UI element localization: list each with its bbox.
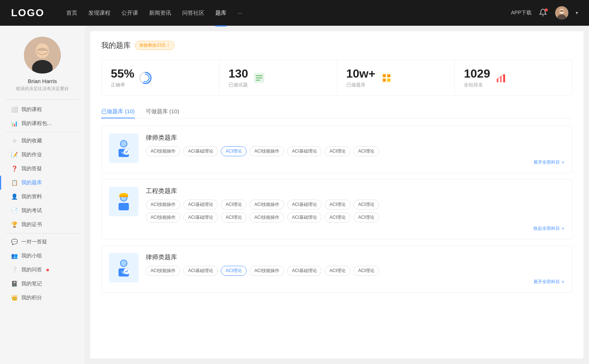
- sidebar: Brian Harris 错误的决定比没有决定要好 ⬜ 我的课程 📊 我的课程包…: [0, 26, 85, 364]
- eng-tag-8[interactable]: ACI技能操作: [146, 213, 180, 222]
- topnav: LOGO 首页 发现课程 公开课 新闻资讯 问答社区 题库 ··· APP下载 …: [0, 0, 589, 26]
- tabs: 已做题库 (10) 可做题库 (10): [101, 105, 572, 118]
- sidebar-label: 我的题库: [21, 179, 42, 186]
- law2-tag-1[interactable]: ACI技能操作: [146, 266, 180, 276]
- svg-point-33: [121, 260, 127, 266]
- stat-done-questions-label: 已做试题: [229, 82, 248, 88]
- logo[interactable]: LOGO: [11, 7, 44, 19]
- sidebar-item-notes[interactable]: 📓 我的笔记: [0, 277, 85, 291]
- trial-badge: 体验剩余23天！: [135, 41, 174, 50]
- svg-rect-19: [497, 79, 498, 82]
- sidebar-label: 我的资料: [21, 193, 42, 200]
- stat-accuracy: 55% 正确率: [102, 60, 219, 96]
- tag-aci-theory-active-1[interactable]: ACI理论: [221, 146, 247, 156]
- stats-row: 55% 正确率 130 已做试题: [101, 60, 572, 96]
- expand-link-2[interactable]: 展开全部科目 ∨: [146, 279, 565, 285]
- stat-done-banks: 10w+ 已做题库: [337, 60, 455, 96]
- stat-accuracy-value: 55%: [111, 67, 134, 80]
- law-tags-row-1: ACI技能操作 ACI基础理论 ACI理论 ACI技能操作 ACI基础理论 AC…: [146, 146, 565, 156]
- law2-tag-3-active[interactable]: ACI理论: [221, 266, 247, 276]
- tag-aci-theory-2[interactable]: ACI理论: [325, 146, 350, 156]
- nav-qa[interactable]: 问答社区: [182, 8, 204, 18]
- sidebar-item-answers[interactable]: ❔ 我的问答: [0, 263, 85, 277]
- notification-dot: [545, 8, 548, 11]
- stat-rank-value: 1029: [464, 67, 490, 80]
- profile-icon: 👤: [11, 193, 18, 200]
- eng-tag-10[interactable]: ACI理论: [221, 213, 247, 222]
- tab-done-banks[interactable]: 已做题库 (10): [101, 105, 135, 118]
- nav-more[interactable]: ···: [237, 8, 242, 18]
- eng-tag-1[interactable]: ACI技能操作: [146, 200, 180, 210]
- main-content: 我的题库 体验剩余23天！ 55% 正确率: [90, 31, 583, 358]
- sidebar-item-exams[interactable]: 📄 我的考试: [0, 204, 85, 218]
- packages-icon: 📊: [11, 120, 18, 127]
- eng-tag-5[interactable]: ACI基础理论: [287, 200, 322, 210]
- nav-home[interactable]: 首页: [66, 8, 77, 18]
- tag-aci-skills-1[interactable]: ACI技能操作: [146, 146, 180, 156]
- nav-opencourse[interactable]: 公开课: [121, 8, 138, 18]
- eng-tag-3[interactable]: ACI理论: [221, 200, 247, 210]
- category-card-engineering: 工程类题库 ACI技能操作 ACI基础理论 ACI理论 ACI技能操作 ACI基…: [101, 179, 572, 239]
- sidebar-motto: 错误的决定比没有决定要好: [16, 86, 69, 92]
- collapse-link[interactable]: 收起全部科目 ∧: [146, 225, 565, 232]
- eng-tag-11[interactable]: ACI技能操作: [250, 213, 284, 222]
- law2-tags-row: ACI技能操作 ACI基础理论 ACI理论 ACI技能操作 ACI基础理论 AC…: [146, 266, 565, 276]
- svg-point-24: [121, 141, 127, 147]
- law-category-name-2: 律师类题库: [146, 253, 565, 261]
- nav-bank[interactable]: 题库: [215, 8, 226, 18]
- law2-tag-6[interactable]: ACI理论: [325, 266, 350, 276]
- law2-tag-7[interactable]: ACI理论: [353, 266, 379, 276]
- answers-dot: [46, 269, 49, 271]
- eng-tag-14[interactable]: ACI理论: [353, 213, 379, 222]
- tag-aci-theory-3[interactable]: ACI理论: [353, 146, 379, 156]
- oneonone-icon: 💬: [11, 239, 18, 245]
- nav-discover[interactable]: 发现课程: [88, 8, 110, 18]
- tab-available-banks[interactable]: 可做题库 (10): [146, 105, 179, 118]
- expand-link-1[interactable]: 展开全部科目 ∨: [146, 159, 565, 165]
- sidebar-label: 我的作业: [21, 151, 42, 158]
- bar-chart-icon: [494, 71, 508, 85]
- points-icon: 👑: [11, 295, 18, 301]
- sidebar-item-my-courses[interactable]: ⬜ 我的课程: [0, 103, 85, 117]
- nav-news[interactable]: 新闻资讯: [149, 8, 171, 18]
- law2-tag-5[interactable]: ACI基础理论: [287, 266, 322, 276]
- tag-aci-basic-2[interactable]: ACI基础理论: [287, 146, 322, 156]
- sidebar-item-group[interactable]: 👥 我的小组: [0, 249, 85, 263]
- sidebar-item-points[interactable]: 👑 我的积分: [0, 291, 85, 305]
- law-icon-wrap-2: [109, 253, 138, 282]
- user-avatar[interactable]: [555, 6, 568, 19]
- tag-aci-skills-2[interactable]: ACI技能操作: [250, 146, 284, 156]
- user-chevron[interactable]: ▾: [576, 10, 578, 15]
- sidebar-item-favorites[interactable]: ☆ 我的收藏: [0, 134, 85, 148]
- eng-tag-9[interactable]: ACI基础理论: [183, 213, 218, 222]
- sidebar-avatar: [24, 37, 61, 74]
- sidebar-item-certs[interactable]: 🏆 我的证书: [0, 218, 85, 232]
- app-download-link[interactable]: APP下载: [511, 10, 532, 16]
- svg-rect-16: [387, 74, 390, 77]
- sidebar-item-profile[interactable]: 👤 我的资料: [0, 190, 85, 204]
- sidebar-label: 我的积分: [21, 295, 42, 301]
- eng-tag-6[interactable]: ACI理论: [325, 200, 350, 210]
- stat-accuracy-info: 55% 正确率: [111, 67, 134, 88]
- stat-rank-label: 全站排名: [464, 82, 490, 88]
- tag-aci-basic-1[interactable]: ACI基础理论: [183, 146, 218, 156]
- sidebar-item-one-on-one[interactable]: 💬 一对一答疑: [0, 235, 85, 249]
- law2-tag-4[interactable]: ACI技能操作: [250, 266, 284, 276]
- eng-tag-12[interactable]: ACI基础理论: [287, 213, 322, 222]
- notification-bell[interactable]: [539, 8, 548, 17]
- sidebar-item-my-packages[interactable]: 📊 我的课程包...: [0, 117, 85, 131]
- nav-links: 首页 发现课程 公开课 新闻资讯 问答社区 题库 ···: [66, 8, 511, 18]
- eng-tag-4[interactable]: ACI技能操作: [250, 200, 284, 210]
- svg-rect-15: [383, 74, 386, 77]
- eng-tag-13[interactable]: ACI理论: [325, 213, 350, 222]
- svg-rect-27: [119, 203, 129, 210]
- sidebar-item-my-qa[interactable]: ❓ 我的答疑: [0, 162, 85, 176]
- engineer-icon-wrap: [109, 187, 138, 216]
- sidebar-item-bank[interactable]: 📋 我的题库: [0, 176, 85, 190]
- page-header: 我的题库 体验剩余23天！: [101, 40, 572, 50]
- eng-tag-7[interactable]: ACI理论: [353, 200, 379, 210]
- eng-tag-2[interactable]: ACI基础理论: [183, 200, 218, 210]
- sidebar-divider-2: [6, 233, 79, 233]
- sidebar-item-homework[interactable]: 📝 我的作业: [0, 148, 85, 162]
- law2-tag-2[interactable]: ACI基础理论: [183, 266, 218, 276]
